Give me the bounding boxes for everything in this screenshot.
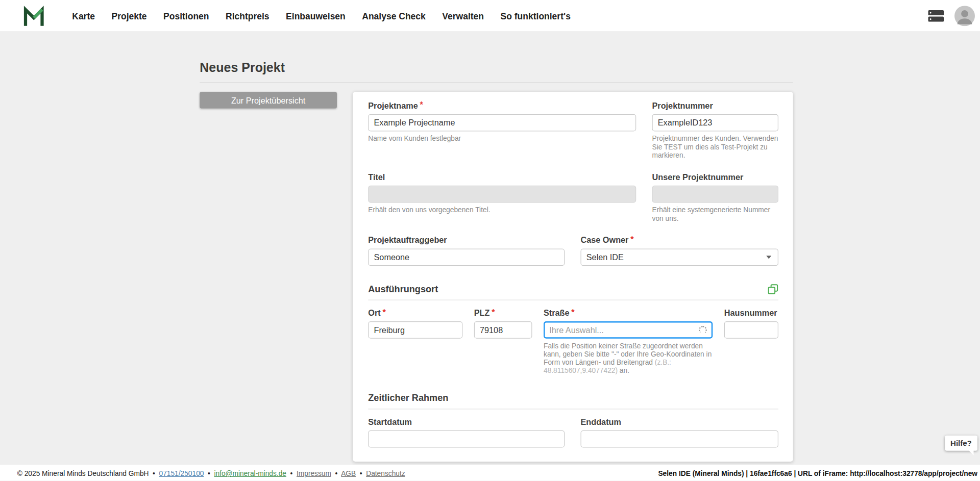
nav-item-karte[interactable]: Karte	[72, 11, 95, 21]
copy-address-button[interactable]	[768, 284, 778, 294]
separator-dot: •	[208, 469, 210, 477]
titel-input	[368, 186, 636, 203]
project-form-card: Projektname* Name vom Kunden festlegbar …	[353, 92, 793, 462]
separator-dot: •	[290, 469, 293, 477]
form-row-dates: Startdatum Enddatum	[368, 417, 778, 448]
ort-label: Ort*	[368, 308, 462, 318]
unsere-projektnummer-label: Unsere Projektnummer	[652, 172, 779, 182]
server-icon[interactable]	[928, 9, 945, 22]
copy-icon	[768, 284, 778, 294]
field-projektname: Projektname* Name vom Kunden festlegbar	[368, 101, 636, 160]
titel-label: Titel	[368, 172, 636, 182]
field-enddatum: Enddatum	[581, 417, 779, 448]
startdatum-label: Startdatum	[368, 417, 565, 427]
field-hausnummer: Hausnummer	[724, 308, 778, 375]
enddatum-label-text: Enddatum	[581, 417, 621, 427]
chevron-down-icon	[766, 256, 771, 259]
strasse-input[interactable]	[544, 321, 713, 339]
unsere-projektnummer-label-text: Unsere Projektnummer	[652, 172, 744, 182]
session-user: Selen IDE	[658, 469, 690, 477]
plz-label: PLZ*	[474, 308, 532, 318]
case-owner-select[interactable]: Selen IDE	[581, 249, 779, 266]
projektnummer-label: Projektnummer	[652, 101, 779, 111]
nav-item-projekte[interactable]: Projekte	[111, 11, 146, 21]
hausnummer-input[interactable]	[724, 321, 778, 339]
plz-input[interactable]	[474, 321, 532, 339]
nav-item-einbauweisen[interactable]: Einbauweisen	[286, 11, 346, 21]
projektauftraggeber-label-text: Projektauftraggeber	[368, 235, 447, 245]
projektname-label-text: Projektname	[368, 101, 418, 111]
section-ausfuehrungsort-title: Ausführungsort	[368, 284, 438, 294]
projektname-helper: Name vom Kunden festlegbar	[368, 135, 636, 143]
title-divider	[200, 82, 793, 83]
section-ausfuehrungsort-header: Ausführungsort	[368, 284, 778, 294]
app-logo[interactable]	[23, 5, 45, 27]
enddatum-label: Enddatum	[581, 417, 779, 427]
startdatum-input[interactable]	[368, 431, 565, 448]
footer-impressum-link[interactable]: Impressum	[297, 469, 331, 477]
hausnummer-label-text: Hausnummer	[724, 308, 777, 318]
field-plz: PLZ*	[474, 308, 532, 375]
unsere-projektnummer-input	[652, 186, 779, 203]
nav-item-richtpreis[interactable]: Richtpreis	[226, 11, 270, 21]
navbar-right	[928, 0, 975, 31]
hausnummer-label: Hausnummer	[724, 308, 778, 318]
page-title: Neues Projekt	[200, 61, 793, 75]
projektauftraggeber-input[interactable]	[368, 249, 565, 266]
case-owner-selected-value: Selen IDE	[586, 252, 624, 262]
nav-item-positionen[interactable]: Positionen	[163, 11, 209, 21]
strasse-helper: Falls die Position keiner Straße zugeord…	[544, 342, 713, 375]
enddatum-input[interactable]	[581, 431, 779, 448]
required-asterisk: *	[571, 308, 574, 317]
field-ort: Ort*	[368, 308, 462, 375]
main-content: Neues Projekt Zur Projektübersicht Proje…	[0, 32, 980, 465]
footer-phone-link[interactable]: 07151/250100	[159, 469, 204, 477]
section-zeitlicher-rahmen-header: Zeitlicher Rahmen	[368, 393, 778, 403]
titel-helper: Erhält den von uns vorgegebenen Titel.	[368, 206, 636, 214]
projektnummer-label-text: Projektnummer	[652, 101, 713, 111]
ort-label-text: Ort	[368, 308, 380, 318]
help-button[interactable]: Hilfe?	[945, 436, 977, 451]
case-owner-label: Case Owner*	[581, 235, 779, 245]
projektname-input[interactable]	[368, 114, 636, 132]
projektname-label: Projektname*	[368, 101, 636, 111]
titel-label-text: Titel	[368, 172, 385, 182]
strasse-helper-end: an.	[620, 367, 629, 374]
main-nav: Karte Projekte Positionen Richtpreis Ein…	[72, 0, 571, 31]
user-avatar[interactable]	[954, 6, 975, 26]
ort-input[interactable]	[368, 321, 462, 339]
footer-datenschutz-link[interactable]: Datenschutz	[366, 469, 405, 477]
strasse-label-text: Straße	[544, 308, 570, 318]
nav-item-verwalten[interactable]: Verwalten	[442, 11, 484, 21]
projektnummer-input[interactable]	[652, 114, 779, 132]
left-column: Zur Projektübersicht	[200, 92, 337, 109]
field-startdatum: Startdatum	[368, 417, 565, 448]
separator-dot: •	[360, 469, 362, 477]
field-titel: Titel Erhält den von uns vorgegebenen Ti…	[368, 172, 636, 223]
field-projektnummer: Projektnummer Projektnummer des Kunden. …	[652, 101, 779, 160]
strasse-helper-main: Falls die Position keiner Straße zugeord…	[544, 342, 712, 366]
nav-item-so-funktionierts[interactable]: So funktioniert's	[501, 11, 571, 21]
required-asterisk: *	[492, 308, 495, 317]
nav-item-analyse-check[interactable]: Analyse Check	[362, 11, 426, 21]
projektauftraggeber-label: Projektauftraggeber	[368, 235, 565, 245]
footer: © 2025 Mineral Minds Deutschland GmbH • …	[0, 465, 980, 481]
strasse-label: Straße*	[544, 308, 713, 318]
field-strasse: Straße* Falls die Position keiner Straße…	[544, 308, 713, 375]
section-zeitlicher-rahmen-title: Zeitlicher Rahmen	[368, 393, 448, 403]
footer-agb-link[interactable]: AGB	[341, 469, 356, 477]
required-asterisk: *	[420, 100, 423, 110]
strasse-input-wrap	[544, 321, 713, 339]
startdatum-label-text: Startdatum	[368, 417, 412, 427]
section-divider	[368, 409, 778, 409]
plz-label-text: PLZ	[474, 308, 490, 318]
back-to-project-overview-button[interactable]: Zur Projektübersicht	[200, 92, 337, 109]
copyright-text: © 2025 Mineral Minds Deutschland GmbH	[17, 469, 149, 477]
required-asterisk: *	[382, 308, 385, 317]
footer-email-link[interactable]: info@mineral-minds.de	[214, 469, 286, 477]
form-row-auftraggeber-owner: Projektauftraggeber Case Owner* Selen ID…	[368, 235, 778, 266]
case-owner-label-text: Case Owner	[581, 235, 629, 245]
footer-left: © 2025 Mineral Minds Deutschland GmbH • …	[17, 469, 405, 477]
section-divider	[368, 300, 778, 300]
session-info: Selen IDE (Mineral Minds) | 16fae1ffc6a6…	[658, 469, 977, 477]
